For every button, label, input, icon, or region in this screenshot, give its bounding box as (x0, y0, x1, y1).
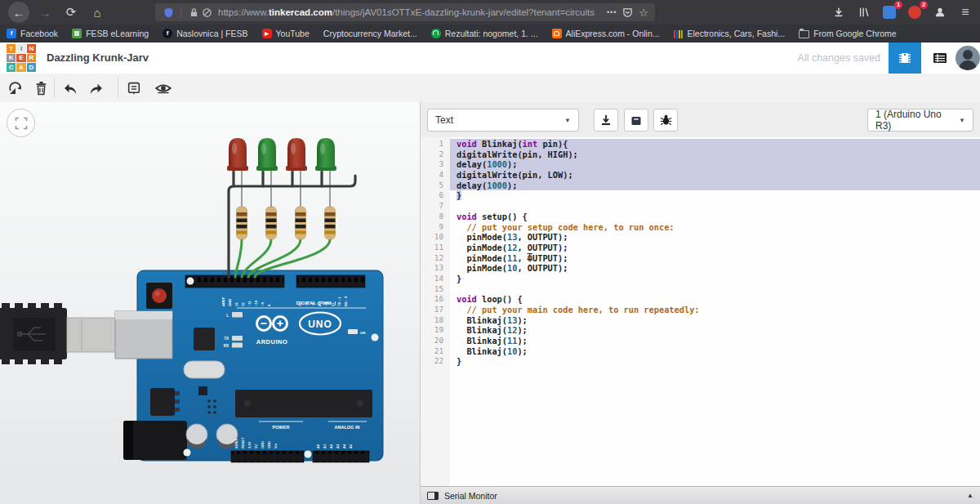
bookmark-item[interactable]: From Google Chrome (799, 29, 897, 38)
menu-icon[interactable]: ≡ (957, 4, 973, 20)
line-number: 8 (421, 212, 450, 222)
downloads-icon[interactable] (831, 4, 847, 20)
lock-icon[interactable] (187, 6, 200, 19)
led-green[interactable] (256, 138, 278, 171)
redo-button[interactable] (87, 78, 106, 98)
line-number: 14 (421, 274, 450, 284)
svg-text:~6: ~6 (305, 302, 309, 306)
extension-red-icon[interactable]: 2 (906, 4, 923, 20)
usb-cable[interactable] (0, 303, 116, 364)
tinkercad-logo[interactable]: TINKERCAD (7, 44, 36, 72)
bookmark-item[interactable]: ▶YouTube (262, 29, 310, 38)
component-list-button[interactable] (924, 42, 956, 74)
led-red[interactable] (227, 138, 248, 171)
elearning-icon (72, 29, 82, 38)
download-code-button[interactable] (594, 109, 618, 132)
bookmark-star-icon[interactable]: ☆ (639, 7, 648, 19)
svg-text:L: L (226, 314, 229, 318)
svg-text:~3: ~3 (324, 302, 328, 306)
line-number: 10 (421, 232, 450, 243)
tracking-protection-icon[interactable] (162, 6, 175, 19)
avatar[interactable] (956, 46, 980, 70)
delete-button[interactable] (31, 78, 51, 98)
svg-text:TX→1: TX→1 (337, 296, 341, 306)
resistor[interactable] (296, 207, 306, 239)
rotate-button[interactable] (5, 78, 24, 98)
toolbar-separator (54, 78, 55, 98)
code-line: 14} (421, 274, 980, 284)
extension-blue-icon[interactable]: 1 (881, 4, 898, 20)
code-line: 11 pinMode(12, OUTPUT); (421, 243, 980, 253)
code-line: 17 // put your main code here, to run re… (421, 305, 980, 315)
svg-text:13: 13 (234, 302, 238, 306)
serial-monitor-icon (427, 492, 439, 500)
resistor[interactable] (325, 207, 336, 239)
urlbar-separator (180, 7, 181, 18)
svg-text:AREF: AREF (221, 297, 225, 306)
svg-text:RX: RX (224, 344, 229, 348)
reset-button[interactable] (146, 283, 172, 309)
code-editor[interactable]: 1void Blinkaj(int pin){2digitalWrite(pin… (421, 137, 980, 486)
board-select[interactable]: 1 (Arduino Uno R3)▼ (867, 109, 973, 132)
bookmark-item[interactable]: Cryptocurrency Market... (323, 29, 417, 38)
bookmark-label: Cryptocurrency Market... (323, 29, 417, 38)
bookmark-item[interactable]: Rezultati: nogomet, 1. ... (431, 29, 538, 38)
led-legs (234, 169, 330, 241)
back-button[interactable]: ← (8, 2, 29, 23)
logo-cell: E (16, 54, 25, 63)
permissions-blocked-icon[interactable] (200, 6, 213, 19)
components-view-button[interactable] (889, 42, 921, 74)
url-bar[interactable]: https://www.tinkercad.com/things/jAV01sO… (155, 3, 655, 21)
design-title[interactable]: Dazzling Krunk-Jarv (47, 42, 149, 74)
forward-button[interactable]: → (34, 2, 56, 23)
leds[interactable] (227, 138, 336, 171)
bookmark-item[interactable]: fNaslovnica | FESB (163, 29, 247, 38)
undo-button[interactable] (60, 78, 80, 98)
line-number: 4 (421, 170, 450, 181)
debugger-button[interactable] (653, 109, 678, 132)
home-button[interactable]: ⌂ (87, 2, 108, 23)
digital-header-right[interactable] (296, 275, 365, 288)
folder-icon (799, 30, 809, 38)
pocket-icon[interactable] (621, 6, 634, 19)
code-line: 22} (421, 356, 980, 367)
library-icon[interactable] (856, 4, 872, 20)
led-red[interactable] (286, 138, 307, 171)
power-header[interactable] (231, 451, 304, 462)
svg-text:A2: A2 (329, 444, 333, 448)
bookmark-item[interactable]: AliExpress.com - Onlin... (552, 29, 660, 38)
serial-monitor-bar[interactable]: Serial Monitor ▲ (421, 486, 980, 504)
page-actions-button[interactable]: ••• (607, 8, 617, 16)
code-line: 3delay(1000); (421, 159, 980, 170)
atmega-chip (235, 386, 372, 421)
visibility-button[interactable] (154, 78, 173, 98)
svg-text:~5: ~5 (311, 302, 315, 306)
resistors[interactable] (237, 207, 336, 239)
bookmark-item[interactable]: Electronics, Cars, Fashi... (674, 29, 786, 38)
account-icon[interactable] (932, 4, 948, 20)
resistor[interactable] (266, 207, 277, 239)
code-mode-select[interactable]: Text▼ (427, 109, 579, 132)
collapse-arrow-icon[interactable]: ▲ (967, 492, 973, 499)
crystal-oscillator (184, 361, 225, 378)
resistor[interactable] (237, 207, 247, 239)
svg-text:RESET: RESET (241, 437, 245, 448)
arduino-uno-board[interactable]: DIGITAL (PWM~) POWER ANALOG IN L TX RX O… (115, 270, 383, 462)
analog-header[interactable] (313, 451, 369, 462)
reload-button[interactable]: ⟳ (60, 2, 82, 23)
notes-button[interactable] (124, 78, 144, 98)
browser-action-icons: 1 2 ≡ (831, 0, 973, 25)
svg-text:RX←0: RX←0 (344, 296, 348, 306)
bookmark-item[interactable]: fFacebook (7, 29, 58, 38)
bookmark-label: Electronics, Cars, Fashi... (688, 29, 786, 38)
led-green[interactable] (315, 138, 336, 171)
code-line: 8void setup() { (421, 212, 980, 222)
analog-in-label: ANALOG IN (335, 425, 360, 430)
logo-cell: D (27, 63, 36, 72)
bookmark-item[interactable]: FESB eLearning (72, 29, 149, 38)
zoom-to-fit-button[interactable] (7, 109, 35, 137)
circuit-canvas[interactable]: DIGITAL (PWM~) POWER ANALOG IN L TX RX O… (0, 102, 421, 504)
logo-cell: K (7, 54, 16, 63)
code-toolbar: Text▼ 1 (Arduino Uno R3)▼ (421, 102, 980, 138)
libraries-button[interactable] (624, 109, 648, 132)
